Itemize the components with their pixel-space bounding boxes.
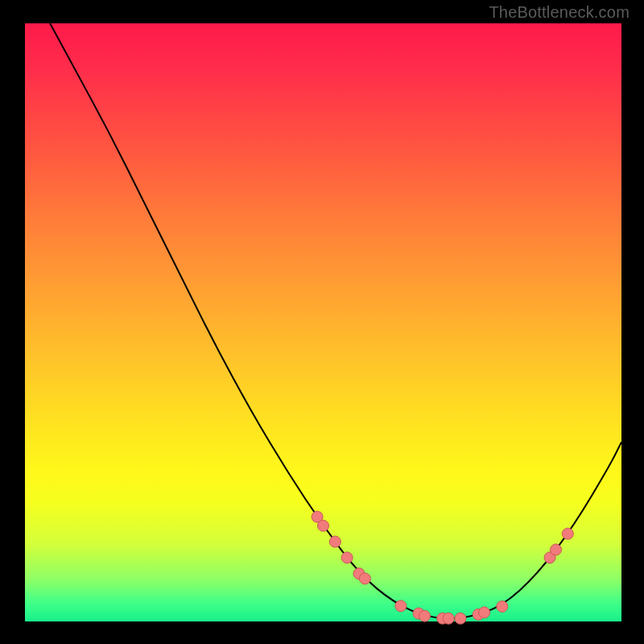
- data-marker: [455, 613, 466, 624]
- data-marker: [341, 552, 353, 564]
- plot-area: [25, 23, 621, 621]
- data-marker: [395, 601, 407, 612]
- data-marker: [550, 544, 561, 555]
- data-marker: [419, 610, 430, 621]
- watermark-text: TheBottleneck.com: [489, 3, 630, 22]
- data-marker: [443, 613, 454, 624]
- data-marker: [359, 573, 370, 584]
- data-marker: [329, 536, 341, 547]
- data-markers: [312, 511, 573, 624]
- data-marker: [318, 520, 329, 531]
- data-marker: [479, 607, 490, 618]
- bottleneck-curve: [50, 23, 621, 618]
- chart-svg: [25, 23, 621, 621]
- data-marker: [562, 528, 573, 539]
- data-marker: [497, 601, 508, 612]
